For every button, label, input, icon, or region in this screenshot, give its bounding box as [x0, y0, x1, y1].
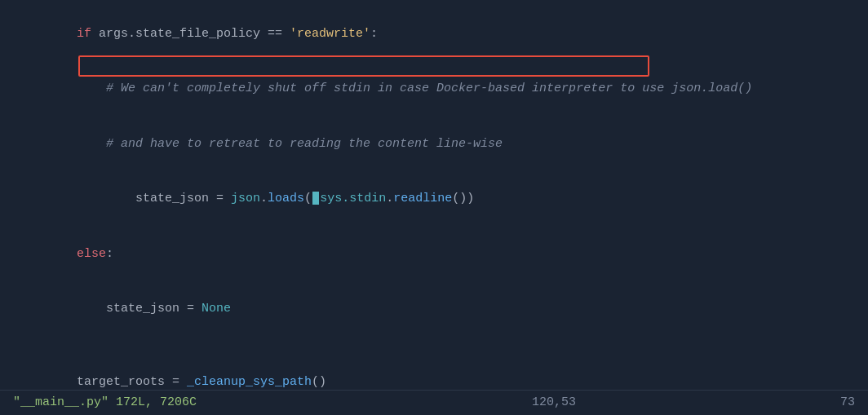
func-readline: readline: [393, 192, 452, 205]
code-line-5: else:: [0, 227, 868, 282]
func-json-loads: json: [231, 192, 260, 205]
sys-stdin: sys.stdin: [320, 192, 386, 205]
code-line-2: # We can't completely shut off stdin in …: [0, 62, 868, 117]
code-line-4: state_json = json.loads(sys.stdin.readli…: [0, 172, 868, 227]
code-text: args.state_file_policy ==: [99, 27, 290, 41]
code-line-3: # and have to retreat to reading the con…: [0, 117, 868, 172]
none-value: None: [202, 302, 231, 316]
keyword-if: if: [77, 27, 99, 41]
string-readwrite: 'readwrite': [290, 27, 370, 41]
status-position: 120,53 73: [532, 394, 855, 413]
status-bar: "__main__.py" 172L, 7206C 120,53 73: [0, 390, 868, 416]
scroll-percent: 73: [840, 395, 855, 409]
code-line-1: if args.state_file_policy == 'readwrite'…: [0, 7, 868, 62]
code-line-7: [0, 337, 868, 355]
keyword-else: else: [77, 247, 106, 261]
code-line-6: state_json = None: [0, 282, 868, 338]
cursor-position: 120,53: [532, 395, 576, 409]
comment-1: # We can't completely shut off stdin in …: [106, 82, 752, 95]
var-state-json: state_json: [135, 192, 209, 205]
comment-2: # and have to retreat to reading the con…: [106, 137, 503, 151]
func-cleanup: _cleanup_sys_path: [187, 375, 312, 389]
status-filename: "__main__.py" 172L, 7206C: [13, 394, 197, 413]
cursor: [312, 192, 319, 205]
code-editor: if args.state_file_policy == 'readwrite'…: [0, 0, 868, 415]
func-loads: loads: [268, 192, 304, 205]
